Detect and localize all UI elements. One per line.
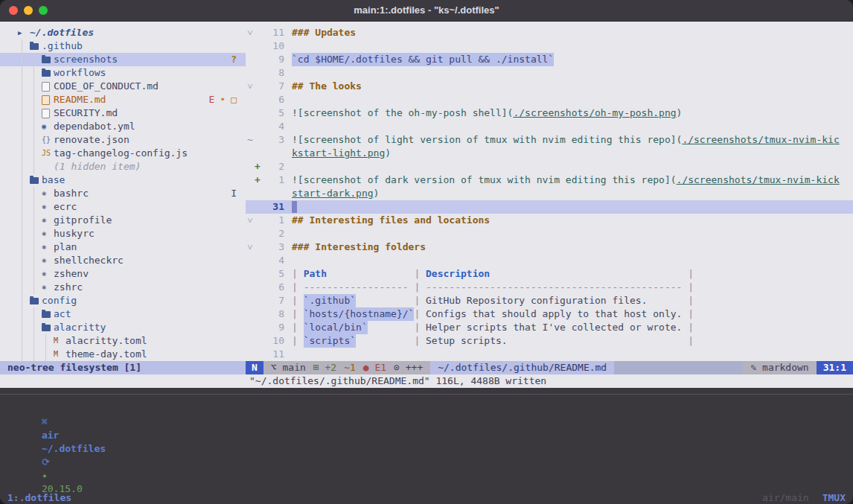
editor-line[interactable]: 8| `hosts/{hostname}/`| Configs that sho… — [246, 307, 853, 321]
tree-item-security-md[interactable]: SECURITY.md — [0, 106, 246, 120]
editor-line[interactable]: 6| ------------------ | ----------------… — [246, 281, 853, 294]
tree-indent-guide — [18, 214, 30, 227]
mode-indicator: N — [246, 361, 263, 374]
editor-line[interactable]: 4 — [246, 120, 853, 133]
editor-cursor-line[interactable]: 31 — [246, 200, 853, 214]
tree-indent-guide — [18, 200, 30, 214]
fold-marker-icon[interactable]: ~ — [246, 133, 255, 147]
syntax-pipe: | — [292, 334, 304, 348]
editor-buffer[interactable]: ˅11### Updates109`cd $HOME/.dotfiles && … — [246, 22, 853, 361]
editor-line[interactable]: +2 — [246, 160, 853, 173]
line-number: 8 — [262, 307, 284, 321]
line-number: 6 — [262, 93, 284, 106]
tree-item-gitprofile[interactable]: ✱gitprofile — [0, 214, 246, 227]
editor-line[interactable]: ˅11### Updates — [246, 26, 853, 39]
tree-item-workflows[interactable]: workflows — [0, 66, 246, 80]
tree-item-alacritty-toml[interactable]: Malacritty.toml — [0, 334, 246, 348]
tree-indent-guide — [18, 160, 30, 173]
minimize-button[interactable] — [24, 6, 33, 15]
editor-line[interactable]: 7| `.github` | GitHub Repository configu… — [246, 294, 853, 307]
tree-item-label: workflows — [54, 66, 106, 80]
tree-item-renovate-json[interactable]: {}renovate.json — [0, 133, 246, 147]
tree-item-1-hidden-item[interactable]: (1 hidden item) — [0, 160, 246, 173]
editor-line[interactable]: 2 — [246, 227, 853, 240]
fold-marker-icon — [246, 334, 255, 348]
tree-item-screenshots[interactable]: screenshots? — [0, 53, 246, 66]
tree-indent-guide — [18, 334, 30, 348]
tree-item-dependabot-yml[interactable]: ◉dependabot.yml — [0, 120, 246, 133]
tree-item-label: zshenv — [54, 267, 89, 281]
tree-indent-guide — [30, 187, 42, 200]
syntax-pipe: | — [414, 307, 426, 321]
zoom-button[interactable] — [39, 6, 48, 15]
line-number: 31 — [262, 200, 284, 214]
git-sign — [255, 321, 262, 334]
tree-item-label: shellcheckrc — [54, 254, 124, 267]
tmux-window-label[interactable]: 1:.dotfiles — [7, 491, 71, 504]
gutter-gap — [284, 294, 292, 307]
editor-line[interactable]: ˅7## The looks — [246, 80, 853, 93]
editor-line[interactable]: 4 — [246, 254, 853, 267]
editor-line[interactable]: 5| Path | Description | — [246, 267, 853, 281]
git-sign — [255, 348, 262, 361]
editor-line[interactable]: 9`cd $HOME/.dotfiles && git pull && ./in… — [246, 53, 853, 66]
tree-item-base[interactable]: base — [0, 173, 246, 187]
fold-marker-icon[interactable]: ˅ — [246, 26, 255, 39]
editor-line[interactable]: ˅3### Interesting folders — [246, 240, 853, 254]
filetype-icon: M — [54, 348, 66, 361]
tree-item-config[interactable]: config — [0, 294, 246, 307]
tree-indent-guide — [18, 173, 30, 187]
editor-line[interactable]: 9| `local/bin` | Helper scripts that I'v… — [246, 321, 853, 334]
tree-item-github[interactable]: .github — [0, 39, 246, 53]
fold-marker-icon — [246, 200, 255, 214]
tree-item-ecrc[interactable]: ✱ecrc — [0, 200, 246, 214]
editor-line[interactable]: 10| `scripts` | Setup scripts. | — [246, 334, 853, 348]
tree-item-act[interactable]: act — [0, 307, 246, 321]
tree-item-shellcheckrc[interactable]: ✱shellcheckrc — [0, 254, 246, 267]
git-sign — [255, 147, 262, 160]
editor-line[interactable]: 5![screenshot of the oh-my-posh shell](.… — [246, 106, 853, 120]
close-button[interactable] — [9, 6, 18, 15]
tree-item-alacritty[interactable]: alacritty — [0, 321, 246, 334]
tree-item-zshrc[interactable]: ✱zshrc — [0, 281, 246, 294]
tree-item-zshenv[interactable]: ✱zshenv — [0, 267, 246, 281]
editor-line[interactable]: 11 — [246, 348, 853, 361]
tree-item-tag-changelog-config-js[interactable]: JStag-changelog-config.js — [0, 147, 246, 160]
tree-item-plan[interactable]: ✱plan — [0, 240, 246, 254]
shell-pane[interactable]: ⌘ air ~/.dotfiles ⟳ ✦ 20.15.0 ➜ 1:.dotfi… — [0, 394, 853, 504]
gutter-gap — [284, 106, 292, 120]
tree-item-theme-day-toml[interactable]: Mtheme-day.toml — [0, 348, 246, 361]
editor-line[interactable]: ˅1## Interesting files and locations — [246, 214, 853, 227]
editor-line[interactable]: kstart-light.png) — [246, 147, 853, 160]
editor-line[interactable]: 6 — [246, 93, 853, 106]
editor-line[interactable]: +1![screenshot of dark version of tmux w… — [246, 173, 853, 187]
syntax-url: ./screenshots/tmux-nvim-kick — [677, 173, 840, 187]
tree-item-dotfiles[interactable]: ▶~/.dotfiles — [0, 26, 246, 39]
tree-item-label: theme-day.toml — [66, 348, 147, 361]
tree-item-bashrc[interactable]: ✱bashrcI — [0, 187, 246, 200]
editor-line[interactable]: 10 — [246, 39, 853, 53]
editor-line[interactable]: 8 — [246, 66, 853, 80]
editor-line[interactable]: ~3![screenshot of light version of tmux … — [246, 133, 853, 147]
tree-item-readme-md[interactable]: README.mdE•□ — [0, 93, 246, 106]
neotree-panel: ▶~/.dotfiles.githubscreenshots?workflows… — [0, 22, 246, 374]
tree-item-code-of-conduct-md[interactable]: CODE_OF_CONDUCT.md — [0, 80, 246, 93]
fold-marker-icon[interactable]: ˅ — [246, 80, 255, 93]
editor-panel: ˅11### Updates109`cd $HOME/.dotfiles && … — [246, 22, 853, 374]
tree-indent-guide — [30, 66, 42, 80]
nvim-statusline: N ⌥ main ⊞ +2 ~1 ● E1 ⊙ +++ ~/.dotfiles/… — [246, 361, 853, 374]
tree-indent-guide — [30, 348, 42, 361]
syntax-url: start-dark.png — [292, 187, 374, 200]
fold-marker-icon — [246, 173, 255, 187]
fold-marker-icon — [246, 187, 255, 200]
git-sign — [255, 227, 262, 240]
fold-marker-icon[interactable]: ˅ — [246, 240, 255, 254]
tree-item-huskyrc[interactable]: ✱huskyrc — [0, 227, 246, 240]
git-sign — [255, 240, 262, 254]
tree-indent-guide — [18, 294, 30, 307]
syntax-pipe: | — [292, 307, 304, 321]
tree-indent-guide — [30, 93, 42, 106]
fold-marker-icon[interactable]: ˅ — [246, 214, 255, 227]
line-number: 3 — [262, 133, 284, 147]
editor-line[interactable]: start-dark.png) — [246, 187, 853, 200]
